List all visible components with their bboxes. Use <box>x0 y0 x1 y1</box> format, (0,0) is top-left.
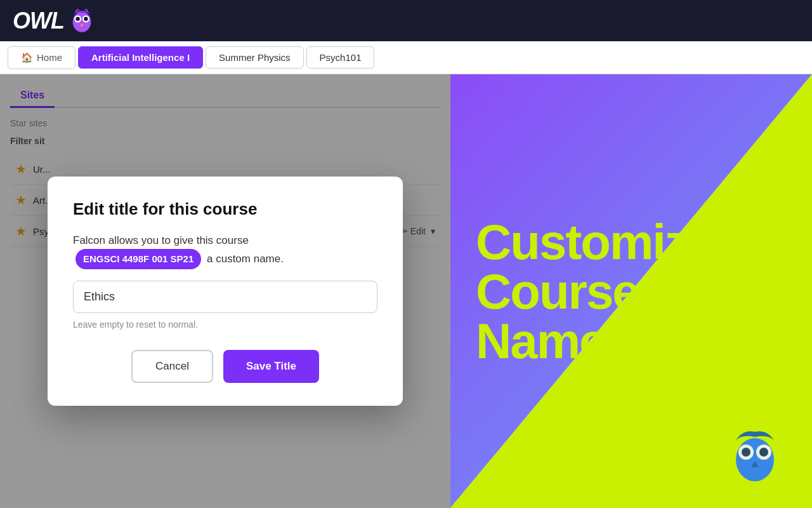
nav-bar: 🏠 Home Artificial Intelligence I Summer … <box>0 41 812 74</box>
owl-watermark-icon <box>723 423 787 486</box>
svg-point-9 <box>742 448 750 457</box>
owl-logo-icon <box>67 6 97 36</box>
owl-watermark <box>723 423 787 489</box>
modal-hint: Leave empty to reset to normal. <box>73 319 377 330</box>
svg-point-6 <box>736 438 774 481</box>
promo-text: Customize Course Names <box>450 198 812 385</box>
tab-psych101[interactable]: Psych101 <box>306 46 375 69</box>
logo: OWL <box>13 6 97 36</box>
modal-description: Falcon allows you to give this course EN… <box>73 232 377 269</box>
edit-title-modal: Edit title for this course Falcon allows… <box>48 177 403 406</box>
modal-title: Edit title for this course <box>73 199 377 219</box>
svg-point-0 <box>73 11 91 32</box>
tab-home[interactable]: 🏠 Home <box>8 46 75 69</box>
logo-text: OWL <box>13 8 64 34</box>
modal-overlay: Edit title for this course Falcon allows… <box>0 74 450 508</box>
home-icon: 🏠 <box>21 52 33 64</box>
cancel-button[interactable]: Cancel <box>131 350 213 383</box>
promo-title: Customize Course Names <box>476 217 787 366</box>
modal-actions: Cancel Save Title <box>73 350 377 383</box>
svg-point-3 <box>75 17 79 20</box>
course-title-input[interactable] <box>73 281 377 313</box>
save-title-button[interactable]: Save Title <box>223 350 319 383</box>
course-badge: ENGSCI 4498F 001 SP21 <box>75 249 201 269</box>
tab-ai[interactable]: Artificial Intelligence I <box>78 46 203 69</box>
svg-point-10 <box>759 448 768 457</box>
tab-summer-physics[interactable]: Summer Physics <box>206 46 304 69</box>
main-layout: Sites Star sites Filter sit ★ Ur... ★ Ar… <box>0 74 812 508</box>
svg-point-4 <box>84 17 88 20</box>
right-panel: Customize Course Names <box>450 74 812 508</box>
app-header: OWL <box>0 0 812 41</box>
left-panel: Sites Star sites Filter sit ★ Ur... ★ Ar… <box>0 74 450 508</box>
